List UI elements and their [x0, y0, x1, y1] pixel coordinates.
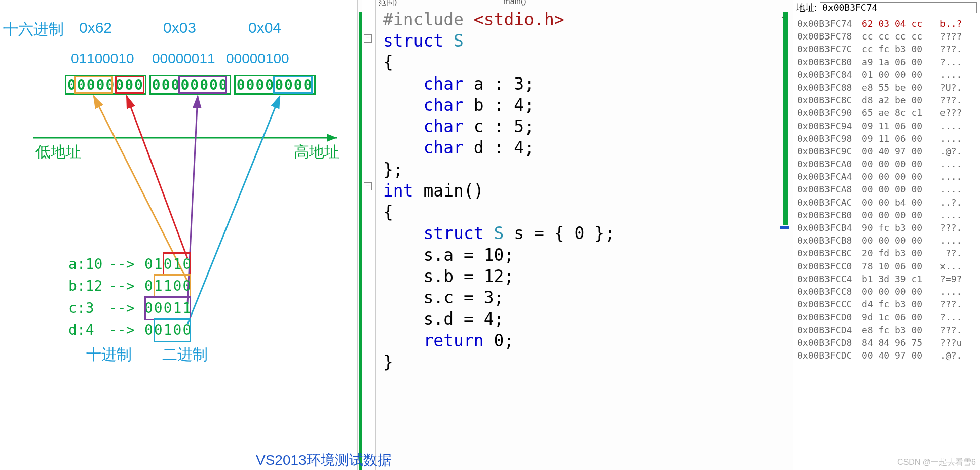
memory-row[interactable]: 0x00B3FCB000 00 00 00.... [797, 209, 976, 221]
memory-row[interactable]: 0x00B3FCD884 84 96 75???u [797, 336, 976, 349]
address-input[interactable] [820, 2, 977, 13]
tab-bar: 范围) main() [358, 0, 793, 2]
byte-box-1: 00000000 [149, 75, 231, 95]
memory-row[interactable]: 0x00B3FC88e8 55 be 00?U?. [797, 81, 976, 94]
mem-bytes: 00 00 b4 00 [862, 196, 933, 209]
hex-val-2: 0x04 [248, 19, 281, 36]
memory-row[interactable]: 0x00B3FC9C00 40 97 00.@?. [797, 145, 976, 158]
assign-d-name: d:4 [68, 319, 109, 341]
memory-row[interactable]: 0x00B3FCAC00 00 b4 00..?. [797, 196, 976, 209]
memory-panel: 地址: 0x00B3FC7462 03 04 ccb..?0x00B3FC78c… [793, 0, 980, 470]
mem-addr: 0x00B3FCD4 [797, 324, 855, 336]
byte-box-2: 00000000 [234, 75, 316, 95]
binary-label: 二进制 [162, 344, 208, 365]
mem-addr: 0x00B3FCC0 [797, 260, 855, 272]
mem-addr: 0x00B3FC74 [797, 17, 855, 30]
mem-ascii: ?... [940, 310, 976, 323]
mem-bytes: 20 fd b3 00 [862, 247, 933, 259]
mem-ascii: .@?. [940, 349, 976, 362]
mem-ascii: ???. [940, 43, 976, 55]
mem-ascii: .... [940, 209, 976, 221]
mem-bytes: 00 00 00 00 [862, 285, 933, 298]
mem-ascii: .... [940, 170, 976, 183]
mem-addr: 0x00B3FCB8 [797, 234, 855, 247]
footer-caption: VS2013环境测试数据 [256, 451, 392, 470]
bin-val-2: 00000100 [226, 51, 289, 67]
memory-row[interactable]: 0x00B3FCA400 00 00 00.... [797, 170, 976, 183]
mem-bytes: 62 03 04 cc [862, 17, 933, 30]
mem-bytes: cc cc cc cc [862, 30, 933, 43]
assign-a-arrow: --> [109, 253, 144, 275]
memory-row[interactable]: 0x00B3FCD09d 1c 06 00?... [797, 310, 976, 323]
memory-row[interactable]: 0x00B3FC8401 00 00 00.... [797, 68, 976, 81]
mem-bytes: 84 84 96 75 [862, 336, 933, 349]
mem-addr: 0x00B3FC78 [797, 30, 855, 43]
assign-d-arrow: --> [109, 319, 144, 341]
mem-addr: 0x00B3FCB0 [797, 209, 855, 221]
memory-row[interactable]: 0x00B3FC9409 11 06 00.... [797, 120, 976, 132]
mem-ascii: ???? [940, 30, 976, 43]
svg-line-2 [127, 96, 187, 258]
mem-addr: 0x00B3FCB4 [797, 221, 855, 234]
mem-addr: 0x00B3FC84 [797, 68, 855, 81]
mem-addr: 0x00B3FCD0 [797, 310, 855, 323]
mem-ascii: ?... [940, 56, 976, 68]
assign-a-bits: 01010 [144, 253, 192, 275]
mem-ascii: .... [940, 183, 976, 195]
mem-ascii: .@?. [940, 145, 976, 158]
memory-row[interactable]: 0x00B3FC7462 03 04 ccb..? [797, 17, 976, 30]
memory-row[interactable]: 0x00B3FCC800 00 00 00.... [797, 285, 976, 298]
mem-addr: 0x00B3FCBC [797, 247, 855, 259]
mem-bytes: 00 00 00 00 [862, 170, 933, 183]
mem-ascii: ..?. [940, 196, 976, 209]
mem-addr: 0x00B3FC7C [797, 43, 855, 55]
mem-addr: 0x00B3FC8C [797, 94, 855, 106]
memory-row[interactable]: 0x00B3FCDC00 40 97 00.@?. [797, 349, 976, 362]
mem-addr: 0x00B3FC98 [797, 132, 855, 145]
memory-row[interactable]: 0x00B3FC7Ccc fc b3 00???. [797, 43, 976, 55]
fold-icon[interactable]: − [364, 34, 372, 43]
bin-val-0: 01100010 [71, 51, 134, 67]
assign-b-bits: 01100 [144, 275, 192, 297]
memory-row[interactable]: 0x00B3FC9809 11 06 00.... [797, 132, 976, 145]
mem-addr: 0x00B3FC94 [797, 120, 855, 132]
fold-gutter: − − [362, 0, 376, 470]
code-panel: 范围) main() − − #include <stdio.h> struct… [357, 0, 793, 470]
tab-main[interactable]: main() [503, 0, 526, 2]
mem-ascii: ???. [940, 324, 976, 336]
address-bar: 地址: [793, 0, 980, 15]
memory-row[interactable]: 0x00B3FC80a9 1a 06 00?... [797, 56, 976, 68]
memory-row[interactable]: 0x00B3FCBC20 fd b3 00 ??. [797, 247, 976, 259]
tab-scope[interactable]: 范围) [378, 0, 397, 2]
mem-ascii: ???. [940, 94, 976, 106]
memory-row[interactable]: 0x00B3FCB800 00 00 00.... [797, 234, 976, 247]
mem-bytes: 09 11 06 00 [862, 120, 933, 132]
mem-addr: 0x00B3FC90 [797, 106, 855, 119]
assign-d-bits: 00100 [144, 319, 192, 341]
mem-bytes: 00 40 97 00 [862, 349, 933, 362]
mem-ascii: ?U?. [940, 81, 976, 94]
fold-icon[interactable]: − [364, 182, 372, 190]
memory-row[interactable]: 0x00B3FCC4b1 3d 39 c1?=9? [797, 272, 976, 285]
memory-row[interactable]: 0x00B3FCB490 fc b3 00???. [797, 221, 976, 234]
memory-row[interactable]: 0x00B3FCD4e8 fc b3 00???. [797, 324, 976, 336]
svg-marker-1 [327, 134, 337, 142]
code-area[interactable]: #include <stdio.h> struct S { char a : 3… [376, 0, 621, 470]
memory-row[interactable]: 0x00B3FCA800 00 00 00.... [797, 183, 976, 195]
overview-ruler[interactable] [783, 12, 788, 450]
assign-b-arrow: --> [109, 275, 144, 297]
memory-table[interactable]: 0x00B3FC7462 03 04 ccb..?0x00B3FC78cc cc… [793, 15, 980, 470]
mem-addr: 0x00B3FCC4 [797, 272, 855, 285]
mem-bytes: 01 00 00 00 [862, 68, 933, 81]
memory-row[interactable]: 0x00B3FC9065 ae 8c c1e??? [797, 106, 976, 119]
memory-row[interactable]: 0x00B3FCA000 00 00 00.... [797, 158, 976, 170]
mem-ascii: ???u [940, 336, 976, 349]
mem-ascii: ???. [940, 221, 976, 234]
mem-bytes: 78 10 06 00 [862, 260, 933, 272]
memory-row[interactable]: 0x00B3FC78cc cc cc cc???? [797, 30, 976, 43]
memory-row[interactable]: 0x00B3FCC078 10 06 00x... [797, 260, 976, 272]
memory-row[interactable]: 0x00B3FCCCd4 fc b3 00???. [797, 298, 976, 310]
mem-addr: 0x00B3FC9C [797, 145, 855, 158]
mem-addr: 0x00B3FCDC [797, 349, 855, 362]
memory-row[interactable]: 0x00B3FC8Cd8 a2 be 00???. [797, 94, 976, 106]
